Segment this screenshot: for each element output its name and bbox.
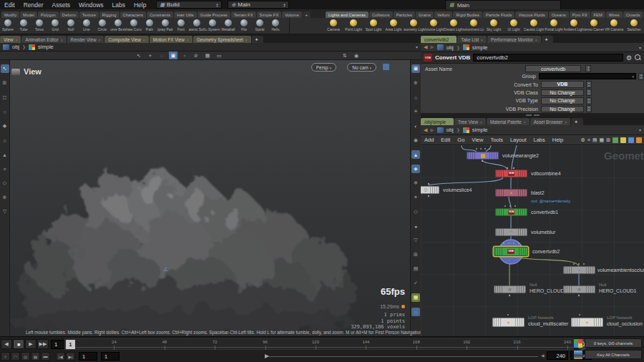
viewport-side-icon[interactable]: ▽ [1, 207, 9, 216]
magnifier-icon[interactable] [635, 54, 641, 61]
viewport-side-icon[interactable]: ◇ [1, 179, 9, 187]
display-option-icon[interactable]: ▽ [411, 236, 420, 245]
viewport-side-icon[interactable]: ◻ [1, 93, 9, 102]
range-end-field[interactable]: 240 [547, 351, 568, 360]
shelf-tab[interactable]: Deform [59, 11, 79, 18]
pane-tab[interactable]: Performance Monitor [487, 36, 541, 43]
node-volumeblur[interactable]: ◠ [495, 228, 527, 236]
spinner-icon[interactable]: ▲▼ [586, 81, 592, 88]
viewport-side-icon[interactable]: ↖ [1, 64, 9, 73]
pane-tab[interactable]: Geometry Spreadsheet [193, 36, 251, 43]
scene-viewport[interactable]: ↖⊞◻○◆⌂▲≡◇⊕▽ ▣⊕⌂☀◐◉▲◈❄✶◇●▽⊞▤✓▦◌ View Pers… [0, 60, 421, 336]
pane-tab[interactable]: Render View [67, 36, 104, 43]
viewport-side-icon[interactable]: ⌂ [1, 136, 9, 145]
list-icon[interactable]: ▤ [592, 137, 597, 143]
layout-icon[interactable]: ⊞ [606, 137, 610, 143]
sim-cache-icon[interactable]: ▬ [41, 352, 50, 361]
shelf-tool[interactable]: Grid [47, 18, 63, 34]
shelf-tool[interactable]: Draw Curve [126, 18, 142, 34]
shelf-tool[interactable]: Area Light [384, 18, 404, 31]
grid-icon[interactable]: ▦ [600, 137, 605, 143]
display-option-icon[interactable]: ✶ [411, 193, 420, 202]
shelf-tab[interactable]: Pyro FX [570, 11, 590, 18]
shelf-tool[interactable]: VR Camera [604, 18, 624, 31]
range-start-field[interactable]: 1 [79, 352, 97, 361]
tree-icon[interactable]: ≡ [587, 137, 590, 142]
display-option-icon[interactable]: ◉ [411, 136, 420, 145]
spinner-icon[interactable]: ▲▼ [586, 105, 592, 112]
shelf-tool[interactable]: Caustic Light [524, 18, 544, 31]
menu-item[interactable]: Windows [74, 1, 107, 9]
dopesheet-icon[interactable]: ▤ [31, 352, 40, 361]
path-node[interactable]: simple [472, 127, 488, 133]
shelf-tool[interactable]: Helix [268, 18, 283, 34]
shelf-tool[interactable]: Platonic Solids [189, 18, 205, 34]
tools-icon[interactable]: ⚙ [581, 137, 585, 143]
display-option-icon[interactable]: ▲ [411, 150, 420, 159]
viewport-tool-icon[interactable]: ▣ [169, 52, 177, 59]
viewport-side-icon[interactable]: ≡ [1, 165, 9, 173]
shelf-tool[interactable]: Environment Light [464, 18, 484, 31]
shelf-tool[interactable]: Torus [31, 18, 47, 34]
display-option-icon[interactable]: ⊕ [411, 79, 420, 87]
forward-arrow-icon[interactable]: ▶ [430, 127, 434, 133]
shelf-tab[interactable]: Particle Fluids [483, 11, 514, 18]
shelf-tool[interactable]: File [236, 18, 252, 34]
pane-tab[interactable]: Animation Editor [21, 36, 66, 43]
dropdown-arrow-icon[interactable]: ▾ [416, 44, 418, 49]
path-root[interactable]: obj [12, 44, 19, 50]
snap-icon[interactable] [383, 64, 389, 70]
shelf-tool[interactable]: Null [63, 18, 79, 34]
shelf-tab[interactable]: Model [20, 11, 37, 18]
shelf-tab[interactable]: Characters [120, 11, 146, 18]
menu-item[interactable]: Render [19, 1, 48, 9]
menu-item[interactable]: Help [130, 1, 150, 9]
asset-name-value[interactable]: convertvdb [525, 65, 581, 72]
viewport-tool-icon[interactable]: ⊘ [192, 52, 200, 59]
parameter-field[interactable]: ▲▼ [539, 73, 644, 80]
sticky-note-icon[interactable] [620, 137, 626, 143]
range-slider[interactable] [266, 356, 538, 357]
menu-item[interactable]: Assets [48, 1, 75, 9]
display-option-icon[interactable]: ✓ [411, 279, 420, 288]
gear-icon[interactable]: ⚙ [626, 54, 632, 62]
back-arrow-icon[interactable]: ◀ [424, 127, 427, 133]
spinner-icon[interactable]: ▲▼ [586, 89, 592, 96]
parameter-field[interactable]: VDB ▲▼ [541, 81, 592, 88]
pane-tab[interactable]: Tree View [454, 118, 486, 125]
node-volumewrangle2[interactable] [467, 152, 499, 160]
color-palette-icon[interactable] [613, 137, 618, 143]
node-hero-cloud1[interactable]: ◎ [563, 285, 595, 293]
shelf-tab[interactable]: Lights and Cameras [326, 11, 369, 18]
playhead[interactable]: 1 [66, 340, 75, 349]
shelf-tab[interactable]: Crowds [623, 11, 643, 18]
shelf-tool[interactable]: Spray Paint [157, 18, 173, 34]
scene-selector[interactable]: ⊕ Main ▲▼ [228, 1, 289, 9]
shelf-tab[interactable]: Guide Process [197, 11, 230, 18]
viewport-tool-icon[interactable]: ⌖ [146, 52, 155, 59]
shelf-tab[interactable]: Texture [79, 11, 99, 18]
path-node[interactable]: simple [472, 44, 488, 51]
shelf-tab[interactable]: Vellum [434, 11, 452, 18]
spinner-icon[interactable]: ▲▼ [586, 97, 592, 104]
network-menu-item[interactable]: Edit [437, 137, 454, 143]
shelf-tool[interactable]: Stereo Camera [584, 18, 604, 31]
display-option-icon[interactable]: ▤ [411, 265, 420, 273]
node-hero-cloud[interactable]: ◎ [494, 285, 526, 293]
display-option-icon[interactable]: ◌ [411, 308, 420, 316]
network-menu-item[interactable]: View [468, 137, 487, 143]
snapshot-icon[interactable] [628, 137, 634, 143]
shelf-tool[interactable]: Path [142, 18, 157, 34]
display-option-icon[interactable]: ▦ [411, 293, 420, 302]
network-menu-item[interactable]: Help [549, 137, 567, 143]
auto-key-icon[interactable] [574, 351, 582, 359]
shelf-tab[interactable]: FEM [591, 11, 605, 18]
viewport-tool-icon[interactable]: ▫ [180, 52, 189, 59]
pane-tab[interactable]: + [571, 118, 583, 125]
shelf-tab[interactable]: Viscous Fluids [515, 11, 547, 18]
box-icon[interactable] [636, 137, 642, 143]
network-menu-item[interactable]: Add [421, 137, 437, 143]
shelf-tab[interactable]: Oceans [549, 11, 569, 18]
dropdown-arrow-icon[interactable]: ▾ [639, 45, 641, 50]
timeline-ruler[interactable]: 24487296120144168192216240 1 [64, 338, 574, 350]
